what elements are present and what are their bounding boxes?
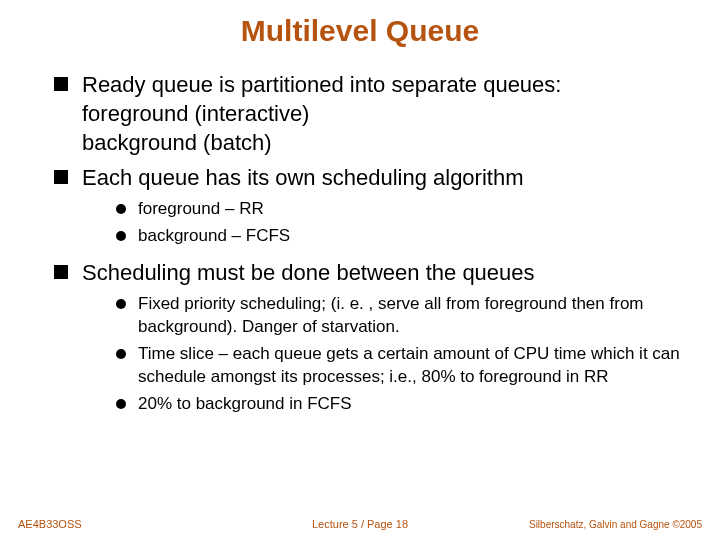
bullet-text: foreground (interactive) bbox=[82, 99, 692, 128]
sub-bullet-item: Time slice – each queue gets a certain a… bbox=[116, 343, 692, 389]
sub-bullet-list: Fixed priority scheduling; (i. e. , serv… bbox=[82, 293, 692, 416]
bullet-list: Ready queue is partitioned into separate… bbox=[28, 70, 692, 416]
bullet-item: Ready queue is partitioned into separate… bbox=[54, 70, 692, 157]
bullet-text: Each queue has its own scheduling algori… bbox=[82, 165, 524, 190]
footer-right: Silberschatz, Galvin and Gagne ©2005 bbox=[529, 519, 702, 530]
sub-bullet-item: 20% to background in FCFS bbox=[116, 393, 692, 416]
bullet-text: background (batch) bbox=[82, 128, 692, 157]
footer-center: Lecture 5 / Page 18 bbox=[312, 518, 408, 530]
bullet-text: Ready queue is partitioned into separate… bbox=[82, 70, 692, 99]
sub-bullet-item: Fixed priority scheduling; (i. e. , serv… bbox=[116, 293, 692, 339]
slide: Multilevel Queue Ready queue is partitio… bbox=[0, 0, 720, 540]
bullet-item: Each queue has its own scheduling algori… bbox=[54, 163, 692, 248]
footer: AE4B33OSS Lecture 5 / Page 18 Silberscha… bbox=[0, 518, 720, 530]
footer-left: AE4B33OSS bbox=[18, 518, 82, 530]
sub-bullet-item: background – FCFS bbox=[116, 225, 692, 248]
bullet-item: Scheduling must be done between the queu… bbox=[54, 258, 692, 416]
sub-bullet-list: foreground – RR background – FCFS bbox=[82, 198, 692, 248]
slide-title: Multilevel Queue bbox=[28, 14, 692, 48]
sub-bullet-item: foreground – RR bbox=[116, 198, 692, 221]
bullet-text: Scheduling must be done between the queu… bbox=[82, 260, 535, 285]
